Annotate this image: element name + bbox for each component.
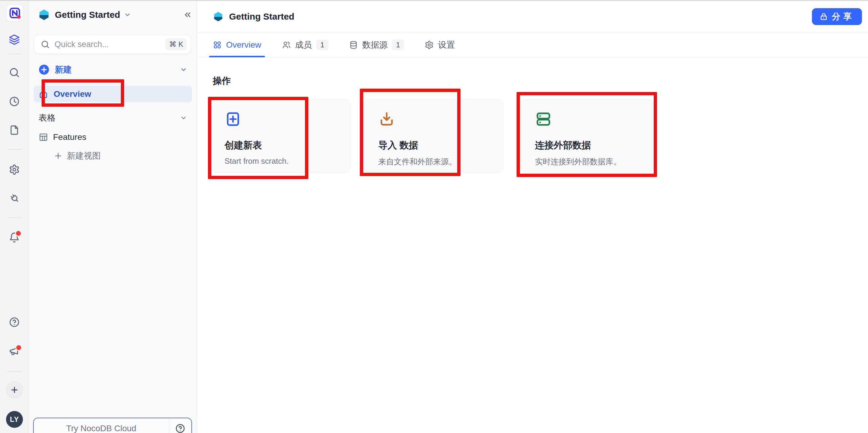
base-hexagon-icon <box>213 11 224 22</box>
recent-clock-icon[interactable] <box>8 95 21 108</box>
import-data-card[interactable]: 导入 数据 来自文件和外部来源。 <box>364 99 503 173</box>
notifications-bell-icon[interactable] <box>8 231 21 244</box>
database-icon <box>349 40 358 50</box>
rail-divider <box>7 54 22 54</box>
main-area: Getting Started 分享 Overview 成员 1 数据源 1 <box>197 1 868 433</box>
card-subtitle: 实时连接到外部数据库。 <box>535 156 639 167</box>
lock-icon <box>819 12 828 21</box>
plus-circle-icon <box>38 64 50 75</box>
try-cloud-label: Try NocoDB Cloud <box>34 418 169 433</box>
sidebar-item-new[interactable]: 新建 <box>34 62 192 77</box>
sidebar: Getting Started ⌘ K 新建 Overview <box>29 1 197 433</box>
sidebar-item-label: 新建 <box>55 64 72 76</box>
chevron-down-icon <box>180 114 187 121</box>
bases-icon[interactable] <box>8 33 21 46</box>
add-table-icon <box>224 111 336 129</box>
settings-gear-icon[interactable] <box>8 163 21 176</box>
nav-rail: LY <box>0 1 29 433</box>
nocodb-logo-icon <box>8 6 22 20</box>
section-label: 表格 <box>38 112 56 124</box>
card-title: 连接外部数据 <box>535 139 639 152</box>
external-database-icon <box>535 111 639 129</box>
tab-label: Overview <box>226 40 261 50</box>
workspace-hexagon-icon <box>38 9 50 21</box>
quick-search[interactable]: ⌘ K <box>34 35 191 54</box>
grid-circles-icon <box>213 40 222 50</box>
try-nocodb-cloud-button[interactable]: Try NocoDB Cloud <box>33 417 192 433</box>
share-label: 分享 <box>832 11 855 22</box>
members-count-badge: 1 <box>316 39 329 50</box>
help-circle-icon[interactable] <box>169 418 191 433</box>
announcements-megaphone-icon[interactable] <box>8 344 21 357</box>
base-tabs: Overview 成员 1 数据源 1 设置 <box>197 32 868 58</box>
base-header: Getting Started 分享 <box>197 1 868 32</box>
tab-label: 数据源 <box>362 39 388 51</box>
connect-external-data-card[interactable]: 连接外部数据 实时连接到外部数据库。 <box>521 99 653 173</box>
rail-divider <box>7 218 22 218</box>
app-root: LY Getting Started ⌘ K 新建 <box>0 0 868 433</box>
sidebar-item-table-features[interactable]: Features <box>34 130 192 144</box>
plus-icon <box>54 151 63 161</box>
user-avatar[interactable]: LY <box>6 411 23 428</box>
workspace-header[interactable]: Getting Started <box>38 5 192 24</box>
tab-data-sources[interactable]: 数据源 1 <box>345 32 408 57</box>
tab-label: 成员 <box>295 39 312 51</box>
create-table-card[interactable]: 创建新表 Start from scratch. <box>210 99 350 173</box>
notification-dot <box>15 230 22 237</box>
card-title: 导入 数据 <box>378 139 489 152</box>
table-name: Features <box>53 133 87 142</box>
users-icon <box>282 40 291 50</box>
nocodb-logo[interactable] <box>6 4 23 21</box>
overview-content: 操作 创建新表 Start from scratch. 导入 数据 来自文件和外… <box>197 58 868 433</box>
import-data-icon <box>378 111 489 129</box>
share-button[interactable]: 分享 <box>812 8 862 25</box>
gear-icon <box>425 40 434 50</box>
tab-settings[interactable]: 设置 <box>421 32 458 57</box>
chevron-down-icon <box>180 66 187 73</box>
rail-divider <box>7 149 22 149</box>
chevron-down-icon[interactable] <box>124 11 131 19</box>
sidebar-section-tables[interactable]: 表格 <box>34 111 192 125</box>
integrations-plug-icon[interactable] <box>8 191 21 204</box>
file-icon[interactable] <box>8 123 21 137</box>
card-subtitle: Start from scratch. <box>224 156 336 166</box>
tab-members[interactable]: 成员 1 <box>278 32 332 57</box>
add-workspace-button[interactable] <box>6 381 23 398</box>
table-icon <box>38 133 48 142</box>
workspace-name: Getting Started <box>55 10 120 20</box>
sidebar-item-new-view[interactable]: 新建视图 <box>34 149 192 163</box>
search-icon <box>41 40 50 49</box>
collapse-sidebar-icon[interactable] <box>183 10 192 19</box>
quick-search-input[interactable] <box>54 39 165 50</box>
rail-divider <box>7 371 22 372</box>
action-cards: 创建新表 Start from scratch. 导入 数据 来自文件和外部来源… <box>210 99 653 173</box>
tab-label: 设置 <box>438 39 455 51</box>
notification-dot <box>16 344 22 351</box>
sources-count-badge: 1 <box>392 39 404 50</box>
card-title: 创建新表 <box>224 139 336 152</box>
help-icon[interactable] <box>8 315 21 329</box>
search-icon[interactable] <box>8 66 21 79</box>
search-shortcut-badge: ⌘ K <box>165 38 187 50</box>
base-title: Getting Started <box>229 11 294 22</box>
new-view-label: 新建视图 <box>67 150 101 162</box>
tab-overview[interactable]: Overview <box>209 32 265 57</box>
sidebar-item-label: Overview <box>54 89 91 99</box>
card-subtitle: 来自文件和外部来源。 <box>378 156 489 167</box>
sidebar-item-overview[interactable]: Overview <box>34 86 192 102</box>
home-icon <box>38 89 48 99</box>
actions-section-title: 操作 <box>213 75 231 87</box>
